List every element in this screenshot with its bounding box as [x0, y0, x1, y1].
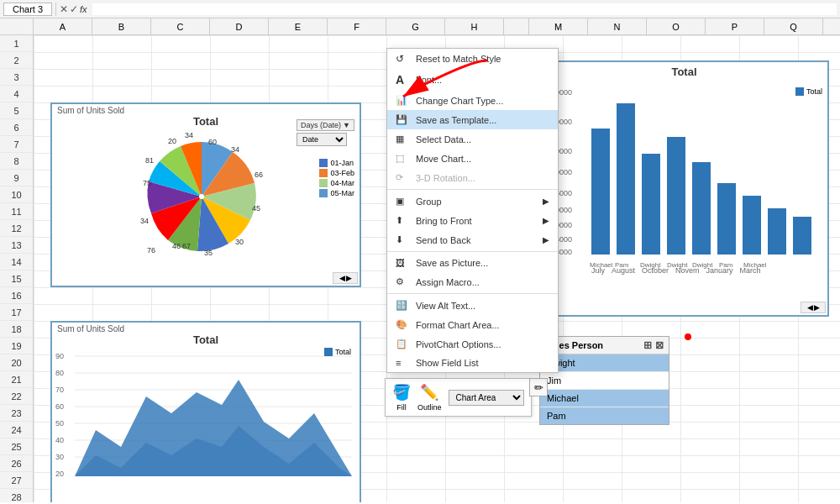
- col-m[interactable]: M: [529, 18, 588, 34]
- col-f[interactable]: F: [328, 18, 386, 34]
- row-num-23: 23: [0, 405, 33, 422]
- svg-text:70: 70: [55, 386, 64, 394]
- filter-dropdown-icon[interactable]: ▼: [343, 121, 350, 129]
- menu-item-send-back[interactable]: ⬇ Send to Back ▶: [387, 230, 558, 249]
- sales-panel: Sales Person ⊞ ⊠ Dwight Jim Michael Pam: [539, 336, 669, 425]
- svg-rect-27: [667, 137, 685, 255]
- row-header-spacer: [0, 18, 34, 34]
- function-icon: ✕: [60, 3, 68, 15]
- svg-rect-30: [743, 196, 761, 255]
- format-area-icon: 🎨: [396, 319, 411, 330]
- col-d[interactable]: D: [210, 18, 269, 34]
- alt-text-icon: 🔠: [396, 300, 411, 311]
- svg-text:34: 34: [231, 145, 239, 154]
- formula-input[interactable]: [92, 3, 837, 15]
- col-p[interactable]: P: [706, 18, 764, 34]
- bar-scroll-btn[interactable]: ◀▶: [801, 302, 826, 313]
- row-num-25: 25: [0, 438, 33, 455]
- context-menu: ↺ Reset to Match Style A Font... 📊 Chang…: [386, 48, 559, 373]
- sales-item-michael[interactable]: Michael: [540, 390, 669, 407]
- menu-item-3d-rotation[interactable]: ⟳ 3-D Rotation...: [387, 168, 558, 187]
- svg-text:40: 40: [55, 436, 64, 444]
- fill-button[interactable]: 🪣 Fill: [392, 383, 411, 412]
- col-o[interactable]: O: [647, 18, 706, 34]
- menu-item-change-chart[interactable]: 📊 Change Chart Type...: [387, 91, 558, 110]
- svg-text:60: 60: [55, 402, 64, 411]
- svg-text:75: 75: [143, 179, 151, 187]
- sales-item-pam[interactable]: Pam: [540, 407, 669, 424]
- pie-scroll-btn[interactable]: ◀▶: [333, 272, 358, 284]
- menu-item-bring-front[interactable]: ⬆ Bring to Front ▶: [387, 211, 558, 230]
- row-num-3: 3: [0, 69, 33, 86]
- col-q[interactable]: Q: [764, 18, 823, 34]
- menu-item-font[interactable]: A Font...: [387, 69, 558, 91]
- chart-edit-icon[interactable]: ✏: [529, 378, 548, 396]
- menu-item-show-field[interactable]: ≡ Show Field List: [387, 354, 558, 372]
- col-a[interactable]: A: [34, 18, 92, 34]
- send-back-arrow: ▶: [543, 235, 549, 244]
- area-chart-title: Total: [52, 333, 360, 346]
- row-num-2: 2: [0, 52, 33, 69]
- row-num-14: 14: [0, 254, 33, 270]
- col-r[interactable]: R: [823, 18, 840, 34]
- move-chart-icon: ⬚: [396, 153, 411, 164]
- format-toolbar: 🪣 Fill ✏️ Outline Chart Area Plot Area L…: [385, 378, 532, 417]
- 3d-rotation-icon: ⟳: [396, 172, 411, 183]
- chart-area-dropdown[interactable]: Chart Area Plot Area Legend: [449, 390, 524, 406]
- row-num-20: 20: [0, 354, 33, 371]
- days-filter-select[interactable]: Date: [297, 133, 347, 146]
- menu-item-move-chart[interactable]: ⬚ Move Chart...: [387, 149, 558, 168]
- save-picture-icon: 🖼: [396, 258, 411, 268]
- col-g[interactable]: G: [386, 18, 445, 34]
- area-chart[interactable]: Sum of Units Sold Total 90 80 70 60 50 4…: [50, 321, 361, 502]
- col-n[interactable]: N: [588, 18, 647, 34]
- menu-item-alt-text[interactable]: 🔠 View Alt Text...: [387, 296, 558, 315]
- outline-button[interactable]: ✏️ Outline: [417, 383, 442, 412]
- menu-item-pivot-options[interactable]: 📋 PivotChart Options...: [387, 334, 558, 354]
- menu-item-reset[interactable]: ↺ Reset to Match Style: [387, 49, 558, 69]
- bring-front-arrow: ▶: [543, 216, 549, 225]
- row-num-4: 4: [0, 86, 33, 102]
- menu-item-save-picture[interactable]: 🖼 Save as Picture...: [387, 254, 558, 272]
- clear-filter-icon[interactable]: ⊠: [655, 339, 664, 351]
- menu-item-group[interactable]: ▣ Group ▶: [387, 192, 558, 211]
- filter-icon[interactable]: ⊞: [643, 339, 652, 351]
- menu-item-select-data[interactable]: ▦ Select Data...: [387, 129, 558, 149]
- menu-item-format-area[interactable]: 🎨 Format Chart Area...: [387, 315, 558, 334]
- row-num-1: 1: [0, 35, 33, 52]
- menu-separator-3: [387, 293, 558, 294]
- col-e[interactable]: E: [269, 18, 328, 34]
- col-c[interactable]: C: [151, 18, 210, 34]
- font-icon: A: [396, 73, 411, 87]
- chart-type-icon: 📊: [396, 95, 411, 106]
- checkmark-icon: ✓: [70, 3, 78, 15]
- bar-legend-total: Total: [806, 87, 822, 96]
- svg-text:66: 66: [255, 171, 263, 179]
- svg-rect-29: [717, 183, 736, 255]
- bar-chart[interactable]: Total $40000 $50000 $80000 $30000 $35000…: [539, 60, 829, 317]
- svg-text:50: 50: [55, 419, 64, 428]
- row-num-13: 13: [0, 237, 33, 254]
- col-h[interactable]: H: [445, 18, 504, 34]
- legend-feb: 03-Feb: [330, 169, 354, 177]
- cell-ref-box[interactable]: Chart 3: [3, 3, 52, 16]
- pivot-options-icon: 📋: [396, 339, 411, 349]
- col-b[interactable]: B: [92, 18, 151, 34]
- days-filter-label: Days (Date): [301, 121, 341, 129]
- svg-text:60: 60: [208, 138, 217, 146]
- row-num-19: 19: [0, 338, 33, 354]
- sales-item-dwight[interactable]: Dwight: [540, 354, 669, 372]
- menu-item-assign-macro[interactable]: ⚙ Assign Macro...: [387, 272, 558, 291]
- save-template-icon: 💾: [396, 114, 411, 125]
- svg-text:76: 76: [147, 246, 155, 255]
- sales-item-jim[interactable]: Jim: [540, 372, 669, 390]
- month-july: July: [591, 266, 605, 275]
- sales-panel-header: Sales Person ⊞ ⊠: [540, 337, 669, 354]
- menu-item-save-template[interactable]: 💾 Save as Template...: [387, 110, 558, 129]
- pie-chart[interactable]: Sum of Units Sold Total Days (Date) ▼ Da…: [50, 102, 361, 287]
- row-num-17: 17: [0, 304, 33, 321]
- group-icon: ▣: [396, 196, 411, 207]
- paint-bucket-icon: 🪣: [392, 383, 411, 402]
- row-num-28: 28: [0, 489, 33, 502]
- row-num-8: 8: [0, 153, 33, 170]
